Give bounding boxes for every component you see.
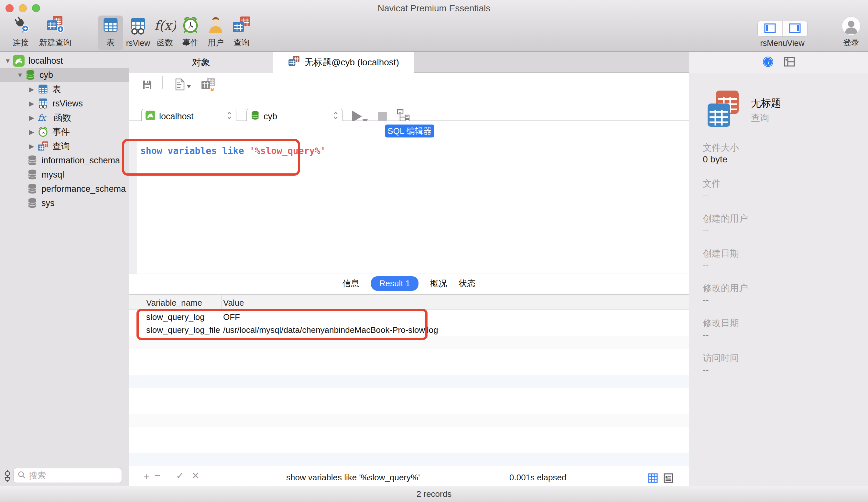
tree-item-mysql[interactable]: mysql: [0, 167, 129, 182]
tree-item-events[interactable]: ▶ 事件: [0, 125, 129, 139]
info-panel: i 无标题 查询 文件大小 0 byte 文件 --: [689, 52, 868, 486]
toolbar-table-label: 表: [107, 37, 115, 48]
result-tab-result1[interactable]: Result 1: [371, 276, 418, 291]
toolbar-connect-button[interactable]: 连接: [7, 16, 34, 50]
expand-arrow-icon[interactable]: ▶: [29, 85, 38, 93]
connection-select-value: localhost: [159, 112, 226, 122]
tree-item-tables[interactable]: ▶ 表: [0, 82, 129, 96]
plug-icon: [11, 15, 30, 35]
clock-icon: [182, 16, 199, 35]
tree-item-queries[interactable]: ▶ 查询: [0, 139, 129, 153]
user-icon: [207, 16, 225, 35]
tree-item-label: information_schema: [41, 156, 120, 166]
toolbar-login-button[interactable]: 登录: [839, 16, 863, 50]
tree-item-performance-schema[interactable]: performance_schema: [0, 182, 129, 196]
result-tab-info[interactable]: 信息: [342, 278, 359, 289]
toolbar-table-button[interactable]: 表: [98, 16, 123, 50]
tab-untitled-query[interactable]: 无标题@cyb (localhost): [273, 52, 414, 73]
collapse-arrow-icon[interactable]: ▼: [17, 71, 25, 79]
tree-item-rsviews[interactable]: ▶ rsViews: [0, 96, 129, 111]
column-divider[interactable]: [221, 295, 221, 310]
info-panel-tabbar: i: [689, 52, 868, 73]
toolbar-users-button[interactable]: 用户: [203, 16, 228, 50]
right-pane-toggle-button[interactable]: [783, 21, 807, 36]
save-icon[interactable]: [141, 79, 153, 92]
toolbar-rsmenuview-group: rsMenuView: [755, 16, 809, 50]
field-value-created-user: --: [703, 225, 709, 235]
expand-arrow-icon[interactable]: ▶: [29, 100, 38, 107]
toolbar-query-button[interactable]: 查询: [228, 16, 255, 50]
toolbar-login-label: 登录: [843, 37, 859, 48]
expand-arrow-icon[interactable]: ▶: [29, 142, 38, 150]
database-gray-icon: [27, 155, 38, 166]
titlebar-toolbar: Navicat Premium Essentials 连接: [0, 0, 868, 52]
database-gray-icon: [27, 169, 38, 180]
apply-changes-button[interactable]: ✓: [176, 470, 184, 481]
delete-record-button[interactable]: −: [155, 470, 161, 481]
new-query-icon: [45, 15, 65, 35]
left-pane-icon: [764, 23, 776, 34]
footer-query-text: show variables like '%slow_query%': [286, 473, 420, 483]
add-record-button[interactable]: ＋: [142, 470, 151, 483]
toolbar-connect-label: 连接: [13, 37, 29, 48]
grid-column-value[interactable]: Value: [223, 298, 244, 308]
toolbar-users-label: 用户: [208, 37, 224, 48]
sql-editor-button[interactable]: SQL 编辑器: [385, 124, 434, 137]
close-window-button[interactable]: [6, 4, 13, 12]
column-divider[interactable]: [430, 295, 430, 310]
annotation-box-results: [136, 309, 427, 340]
left-pane-toggle-button[interactable]: [758, 21, 783, 36]
toolbar-new-query-button[interactable]: 新建查询: [38, 16, 73, 50]
tree-item-cyb[interactable]: ▼ cyb: [0, 68, 129, 82]
export-result-icon[interactable]: [175, 78, 185, 92]
form-view-icon[interactable]: [663, 473, 674, 484]
tree-item-functions[interactable]: ▶ fx 函数: [0, 111, 129, 125]
connection-sidebar: ▼ localhost ▼ cyb: [0, 52, 129, 486]
tree-item-information-schema[interactable]: information_schema: [0, 153, 129, 167]
toolbar-events-button[interactable]: 事件: [178, 16, 203, 50]
toolbar-new-query-label: 新建查询: [39, 37, 71, 48]
tab-objects[interactable]: 对象: [129, 52, 273, 73]
mysql-dolphin-icon: [13, 55, 24, 66]
info-icon[interactable]: i: [762, 55, 774, 69]
field-value-access-time: --: [703, 365, 709, 375]
grid-column-variable-name[interactable]: Variable_name: [146, 298, 202, 308]
query-toolbar: [129, 73, 689, 92]
field-value-file: --: [703, 190, 709, 201]
clock-icon: [38, 126, 49, 137]
tree-item-sys[interactable]: sys: [0, 196, 129, 210]
dropdown-caret-icon[interactable]: [187, 85, 191, 88]
grid-view-icon[interactable]: [648, 473, 658, 484]
panel-subtitle: 查询: [751, 112, 769, 124]
tree-item-label: sys: [41, 198, 55, 208]
fx-icon: f(x): [154, 17, 176, 35]
stop-query-button[interactable]: [378, 112, 387, 121]
column-divider[interactable]: [143, 295, 143, 310]
search-icon: [18, 471, 26, 480]
record-count-text: 2 records: [416, 489, 452, 499]
collapse-arrow-icon[interactable]: ▼: [4, 57, 13, 65]
detail-view-icon[interactable]: [783, 56, 796, 69]
expand-arrow-icon[interactable]: ▶: [29, 114, 38, 122]
result-tab-status[interactable]: 状态: [458, 278, 475, 289]
database-gray-icon: [27, 198, 38, 209]
connection-indicator-icon: [3, 469, 12, 484]
toolbar-events-label: 事件: [183, 37, 198, 48]
tree-item-localhost[interactable]: ▼ localhost: [0, 54, 129, 68]
tree-item-label: localhost: [29, 56, 63, 66]
svg-text:f(x): f(x): [154, 18, 176, 33]
zoom-window-button[interactable]: [32, 4, 40, 12]
export-wizard-icon[interactable]: [201, 78, 216, 92]
discard-changes-button[interactable]: ✕: [192, 470, 199, 481]
tree-item-label: cyb: [40, 70, 53, 80]
toolbar-rsview-label: rsView: [126, 39, 151, 48]
footer-elapsed-text: 0.001s elapsed: [509, 473, 566, 483]
toolbar-functions-button[interactable]: f(x) 函数: [152, 16, 178, 50]
window-title: Navicat Premium Essentials: [0, 3, 868, 13]
result-tab-profile[interactable]: 概况: [430, 278, 447, 289]
toolbar-rsview-button[interactable]: rsView: [125, 16, 151, 50]
minimize-window-button[interactable]: [19, 4, 27, 12]
sidebar-search-input[interactable]: 搜索: [13, 468, 122, 483]
expand-arrow-icon[interactable]: ▶: [29, 128, 38, 136]
statusbar: 2 records: [0, 486, 868, 502]
